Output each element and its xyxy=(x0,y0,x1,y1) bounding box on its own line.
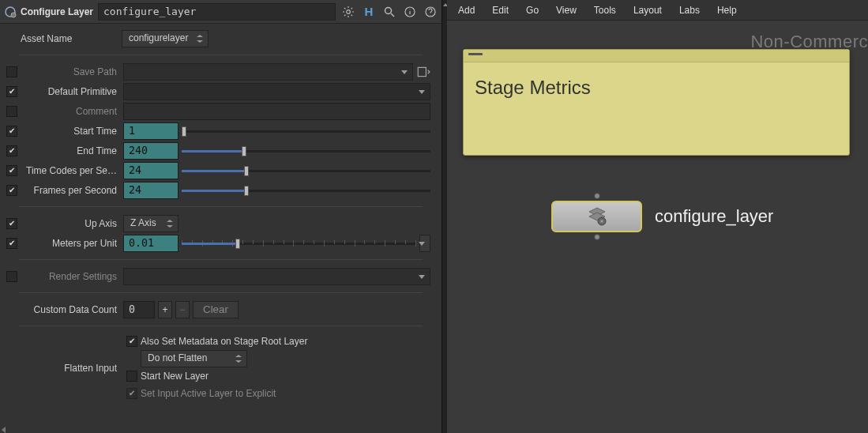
start-new-layer-check[interactable] xyxy=(126,371,137,382)
menu-edit[interactable]: Edit xyxy=(489,3,512,17)
custom-data-row: Custom Data Count + − Clear xyxy=(3,299,438,319)
default-primitive-row: Default Primitive xyxy=(3,81,438,101)
node-output-connector[interactable] xyxy=(594,234,600,240)
menu-help[interactable]: Help xyxy=(714,3,740,17)
asset-name-label: Asset Name xyxy=(21,33,122,44)
set-input-active-row: Set Input Active Layer to Explicit xyxy=(123,385,438,402)
up-axis-label: Up Axis xyxy=(21,218,123,229)
fps-slider[interactable] xyxy=(182,185,430,196)
node-input-connector[interactable] xyxy=(594,193,600,199)
save-path-field[interactable] xyxy=(123,63,413,81)
end-time-toggle[interactable] xyxy=(6,145,17,156)
parameters: Asset Name configurelayer Save Path Defa… xyxy=(0,24,442,413)
file-chooser-icon[interactable] xyxy=(416,65,430,79)
save-path-row: Save Path xyxy=(3,62,438,81)
sticky-note-header[interactable] xyxy=(464,50,849,62)
comment-row: Comment xyxy=(3,101,438,121)
timecodes-toggle[interactable] xyxy=(6,165,17,176)
meters-per-unit-row: Meters per Unit xyxy=(3,233,438,253)
flatten-input-dropdown[interactable]: Do not Flatten xyxy=(141,350,247,367)
panel-header: Configure Layer H xyxy=(0,0,442,24)
parameter-panel: Configure Layer H Asset Name configurela… xyxy=(0,0,442,433)
render-settings-toggle[interactable] xyxy=(6,271,17,282)
node-name-input[interactable] xyxy=(98,3,336,21)
flatten-input-label: Flatten Input xyxy=(64,363,117,374)
network-canvas[interactable]: Non-Commerc Stage Metrics configure_laye… xyxy=(447,21,868,433)
end-time-slider[interactable] xyxy=(182,145,430,156)
mpu-toggle[interactable] xyxy=(6,238,17,249)
fps-toggle[interactable] xyxy=(6,185,17,196)
start-new-layer-row: Start New Layer xyxy=(123,367,438,385)
comment-label: Comment xyxy=(21,106,123,117)
panel-title: Configure Layer xyxy=(21,6,93,17)
menu-add[interactable]: Add xyxy=(455,3,478,17)
help-icon[interactable] xyxy=(423,4,438,20)
custom-data-plus[interactable]: + xyxy=(158,301,172,318)
start-time-slider[interactable] xyxy=(182,126,430,137)
start-time-row: Start Time xyxy=(3,121,438,141)
houdini-icon[interactable]: H xyxy=(361,4,377,20)
set-input-active-check[interactable] xyxy=(126,388,137,399)
info-icon[interactable] xyxy=(402,4,418,20)
search-icon[interactable] xyxy=(381,4,397,20)
timecodes-slider[interactable] xyxy=(182,165,430,176)
sticky-note-title: Stage Metrics xyxy=(464,62,849,113)
menu-view[interactable]: View xyxy=(553,3,580,17)
start-time-label: Start Time xyxy=(21,126,123,137)
menu-bar: Add Edit Go View Tools Layout Labs Help xyxy=(447,0,868,21)
timecodes-label: Time Codes per Se… xyxy=(21,165,123,176)
sticky-note[interactable]: Stage Metrics xyxy=(463,49,850,156)
menu-go[interactable]: Go xyxy=(523,3,542,17)
header-toolbar: H xyxy=(340,4,438,20)
end-time-input[interactable] xyxy=(123,142,178,160)
default-primitive-toggle[interactable] xyxy=(6,86,17,97)
svg-point-10 xyxy=(600,220,603,223)
minimize-icon[interactable] xyxy=(468,53,483,55)
svg-point-1 xyxy=(11,13,16,17)
also-set-metadata-label: Also Set Metadata on Stage Root Layer xyxy=(141,336,307,347)
render-settings-label: Render Settings xyxy=(21,271,123,282)
network-view: Add Edit Go View Tools Layout Labs Help … xyxy=(447,0,868,433)
end-time-label: End Time xyxy=(21,145,123,156)
up-axis-toggle[interactable] xyxy=(6,218,17,229)
save-path-label: Save Path xyxy=(21,66,123,77)
save-path-toggle[interactable] xyxy=(6,66,17,77)
node-type-icon xyxy=(3,5,17,19)
start-time-input[interactable] xyxy=(123,122,178,140)
also-set-metadata-check[interactable] xyxy=(126,336,137,347)
fps-label: Frames per Second xyxy=(21,185,123,196)
mpu-slider[interactable] xyxy=(182,238,416,249)
svg-point-3 xyxy=(385,7,392,13)
comment-toggle[interactable] xyxy=(6,106,17,117)
timecodes-row: Time Codes per Se… xyxy=(3,160,438,180)
layers-gear-icon xyxy=(586,205,608,228)
start-time-toggle[interactable] xyxy=(6,126,17,137)
graph-node[interactable]: configure_layer xyxy=(551,201,773,232)
also-set-metadata-row: Also Set Metadata on Stage Root Layer xyxy=(123,333,438,350)
default-primitive-field[interactable] xyxy=(123,83,430,100)
custom-data-clear[interactable]: Clear xyxy=(193,301,239,318)
mpu-menu[interactable] xyxy=(419,235,430,252)
end-time-row: End Time xyxy=(3,141,438,160)
flatten-input-row: Do not Flatten xyxy=(123,350,438,367)
custom-data-minus[interactable]: − xyxy=(175,301,190,318)
custom-data-label: Custom Data Count xyxy=(21,304,123,315)
menu-tools[interactable]: Tools xyxy=(591,3,619,17)
node-tile[interactable] xyxy=(551,201,642,232)
comment-input[interactable] xyxy=(123,103,430,120)
menu-layout[interactable]: Layout xyxy=(630,3,665,17)
timecodes-input[interactable] xyxy=(123,162,178,179)
menu-labs[interactable]: Labs xyxy=(676,3,703,17)
svg-point-2 xyxy=(347,9,351,13)
gear-icon[interactable] xyxy=(340,4,356,20)
fps-row: Frames per Second xyxy=(3,180,438,200)
mpu-label: Meters per Unit xyxy=(21,238,123,249)
custom-data-input[interactable] xyxy=(123,301,155,318)
render-settings-field[interactable] xyxy=(123,268,430,285)
asset-name-dropdown[interactable]: configurelayer xyxy=(122,30,209,47)
fps-input[interactable] xyxy=(123,182,178,199)
set-input-active-label: Set Input Active Layer to Explicit xyxy=(141,388,276,399)
up-axis-dropdown[interactable]: Z Axis xyxy=(123,215,178,232)
scroll-left-icon[interactable] xyxy=(0,425,8,433)
mpu-input[interactable] xyxy=(123,235,178,252)
